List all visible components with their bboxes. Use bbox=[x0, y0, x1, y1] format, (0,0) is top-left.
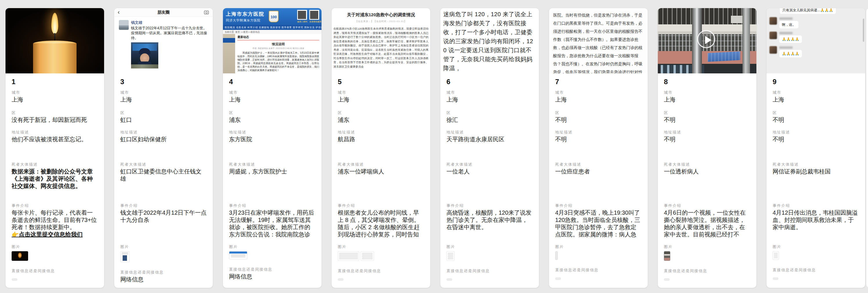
field-label-image: 图片 bbox=[120, 244, 207, 249]
field-label-event: 事件介绍 bbox=[229, 203, 315, 208]
record-number: 4 bbox=[229, 78, 315, 86]
field-value-district: 没有死于新冠，却因新冠而死 bbox=[11, 116, 98, 124]
field-label-event: 事件介绍 bbox=[338, 203, 424, 208]
field-label-district: 区 bbox=[229, 111, 315, 115]
submit-info-link[interactable]: 👉点击这里提交信息给我们 bbox=[11, 231, 98, 238]
qr-label: 微信二维码 bbox=[297, 20, 307, 23]
field-label-deceased: 死者大体描述 bbox=[555, 162, 642, 167]
field-label-address: 地址描述 bbox=[120, 130, 207, 135]
scrollbar[interactable] bbox=[863, 19, 864, 42]
record-number: 9 bbox=[773, 78, 859, 86]
field-label-info-type: 直接信息还是间接信息 bbox=[120, 270, 207, 275]
record-card-3[interactable]: ‹ 朋友圈 钱文雄 钱文雄于2022年4月12日下午一点十九分去世。疫情期间一切… bbox=[114, 8, 213, 288]
field-value-city: 上海 bbox=[446, 96, 533, 103]
field-value-city: 上海 bbox=[664, 96, 750, 103]
hospital-subname: 同济大学附属东方医院 bbox=[226, 18, 265, 23]
record-card-5[interactable]: 关于对浦东120急救中心的调查情况 【信息来源：】【信息时间：2022-03-3… bbox=[331, 8, 431, 288]
record-cover-video[interactable] bbox=[658, 8, 756, 74]
record-card-1[interactable]: 1 城市 上海 区 没有死于新冠，却因新冠而死 地址描述 他们不应该被漠视甚至忘… bbox=[5, 8, 104, 288]
field-value-address: 东方医院 bbox=[229, 136, 315, 143]
site-nav: 医院概况 名医名家 科室介绍 党建园地 医政管理 医学教育 医学研究 国际交流 … bbox=[223, 25, 321, 30]
play-button-icon[interactable] bbox=[697, 30, 715, 48]
chat-bubble: 🙏🙏🙏🙏 bbox=[779, 50, 802, 57]
field-label-city: 城市 bbox=[773, 90, 859, 95]
attachment-thumbnail-document[interactable] bbox=[773, 251, 779, 260]
field-value-address: 虹口区妇幼保健所 bbox=[120, 136, 207, 143]
record-number: 1 bbox=[11, 78, 98, 86]
field-label-event: 事件介绍 bbox=[664, 203, 750, 208]
record-card-8[interactable]: 8 城市 上海 区 不明 地址描述 不明 死者大体描述 一位透析病人 事件介绍 … bbox=[657, 8, 757, 288]
field-label-event: 事件介绍 bbox=[773, 203, 859, 208]
attachment-thumbnail-candle[interactable] bbox=[11, 251, 28, 261]
field-label-city: 城市 bbox=[338, 90, 424, 95]
back-chevron-icon: ‹ bbox=[118, 9, 120, 16]
field-value-deceased: 一位癌症患者 bbox=[555, 168, 642, 190]
attachment-thumbnail-building[interactable] bbox=[664, 251, 670, 261]
field-label-district: 区 bbox=[11, 111, 98, 115]
field-value-deceased: 浦东一位哮喘病人 bbox=[338, 168, 424, 190]
empty-select-pill bbox=[338, 278, 344, 281]
record-cover-group-chat[interactable]: 只有其女儿眼见其病逝...🙏🙏🙏 啊，这。 🙏🙏🙏🙏 🙏🙏🙏🙏 bbox=[767, 8, 865, 74]
attachment-thumbnail-document[interactable] bbox=[361, 251, 374, 261]
record-cover-weibo-screenshot[interactable]: 医院。当时有些低烧，但是发热门诊在消杀，于是在门口的黑夜里等待了很久。可是由于有… bbox=[549, 8, 648, 74]
record-card-4[interactable]: 上海市东方医院 同济大学附属东方医院 100 微信二维码 患者移动服务平台 医院… bbox=[223, 8, 322, 288]
field-label-image: 图片 bbox=[555, 244, 642, 249]
field-label-address: 地址描述 bbox=[338, 130, 424, 135]
field-value-deceased: 虹口区卫健委信息中心主任钱文雄 bbox=[120, 168, 207, 190]
blue-awning bbox=[708, 51, 740, 62]
statement-body: 在航昌路376弄小区120急救医生未向求救患者施救的情况，我委立即连夜启动调查，… bbox=[333, 27, 429, 69]
field-value-event: 高烧昏迷，核酸阴，120来了说发热门诊关了。无奈在家中降温，在昏迷中离世。 bbox=[446, 209, 533, 238]
field-label-image: 图片 bbox=[338, 244, 424, 249]
attachment-thumbnail-document[interactable] bbox=[338, 251, 359, 261]
record-cover-statement[interactable]: 关于对浦东120急救中心的调查情况 【信息来源：】【信息时间：2022-03-3… bbox=[332, 8, 430, 74]
jacket bbox=[131, 64, 158, 68]
statement-title: 关于对浦东120急救中心的调查情况 bbox=[333, 12, 429, 18]
avatar bbox=[769, 46, 777, 54]
field-label-event: 事件介绍 bbox=[11, 203, 98, 208]
qr-code bbox=[309, 10, 319, 20]
field-label-city: 城市 bbox=[11, 90, 98, 95]
statement-body: 周盛妮为我院护士，一直在院内从事护理相关工作。3月23日在家中哮喘发作，用药后无… bbox=[238, 51, 319, 72]
moments-photo bbox=[131, 42, 158, 68]
field-value-city: 上海 bbox=[11, 96, 98, 103]
chat-bubble: 🙏🙏🙏🙏 bbox=[779, 35, 802, 43]
field-label-city: 城市 bbox=[229, 90, 315, 95]
field-value-deceased: 一位老人 bbox=[446, 168, 533, 190]
record-cover-wechat-moments[interactable]: ‹ 朋友圈 钱文雄 钱文雄于2022年4月12日下午一点十九分去世。疫情期间一切… bbox=[114, 8, 213, 74]
record-cover-candle-photo[interactable] bbox=[5, 8, 104, 74]
event-text: 每张卡片、每行记录，代表着一条逝去的鲜活生命。目前有73+位死者！数据持续更新中… bbox=[11, 209, 97, 230]
avatar bbox=[769, 32, 777, 39]
attachment-thumbnail-moments[interactable] bbox=[120, 251, 130, 262]
record-cover-hospital-website[interactable]: 上海市东方医院 同济大学附属东方医院 100 微信二维码 患者移动服务平台 医院… bbox=[223, 8, 321, 74]
blurred-username bbox=[779, 32, 793, 34]
building-pink-wall bbox=[658, 51, 756, 64]
field-value-city: 上海 bbox=[555, 96, 642, 103]
attachment-thumbnail-document[interactable] bbox=[446, 251, 455, 261]
field-label-district: 区 bbox=[338, 111, 424, 115]
qr-label: 患者移动服务平台 bbox=[309, 20, 319, 23]
record-card-7[interactable]: 医院。当时有些低烧，但是发热门诊在消杀，于是在门口的黑夜里等待了很久。可是由于有… bbox=[549, 8, 648, 288]
field-label-address: 地址描述 bbox=[664, 130, 750, 135]
attachment-thumbnail-website[interactable] bbox=[229, 251, 247, 259]
record-card-9[interactable]: 只有其女儿眼见其病逝...🙏🙏🙏 啊，这。 🙏🙏🙏🙏 🙏🙏🙏🙏 9 bbox=[766, 8, 865, 288]
field-label-event: 事件介绍 bbox=[120, 203, 207, 208]
next-card-partial[interactable] bbox=[866, 8, 868, 288]
field-label-city: 城市 bbox=[446, 90, 533, 95]
empty-select-pill bbox=[555, 277, 561, 280]
field-label-image: 图片 bbox=[664, 244, 750, 249]
field-value-info-type: 网络信息 bbox=[229, 273, 315, 280]
field-value-address: 他们不应该被漠视甚至忘记。 bbox=[11, 136, 98, 143]
record-cover-text-screenshot[interactable]: 迷病危了叫 120，120 来了说全上海发热门诊都关了，没有医院接收，打了一个多… bbox=[440, 8, 539, 74]
field-value-info-type: 网络信息 bbox=[120, 276, 207, 283]
field-label-district: 区 bbox=[446, 111, 533, 115]
record-card-6[interactable]: 迷病危了叫 120，120 来了说全上海发热门诊都关了，没有医院接收，打了一个多… bbox=[440, 8, 539, 288]
field-label-city: 城市 bbox=[664, 90, 750, 95]
field-label-image: 图片 bbox=[11, 244, 98, 249]
field-label-deceased: 死者大体描述 bbox=[446, 162, 533, 167]
attachment-thumbnail-narrow[interactable] bbox=[555, 251, 558, 260]
site-section: 最新动态 bbox=[238, 35, 319, 40]
field-label-info-type: 直接信息还是间接信息 bbox=[446, 269, 533, 273]
field-label-info-type: 直接信息还是间接信息 bbox=[555, 268, 642, 272]
field-label-district: 区 bbox=[555, 111, 642, 115]
field-value-event: 根据患者女儿公布的时间线，早上 8 点，其父哮喘发作、晕倒。随后，小区 2 名做… bbox=[338, 209, 424, 238]
